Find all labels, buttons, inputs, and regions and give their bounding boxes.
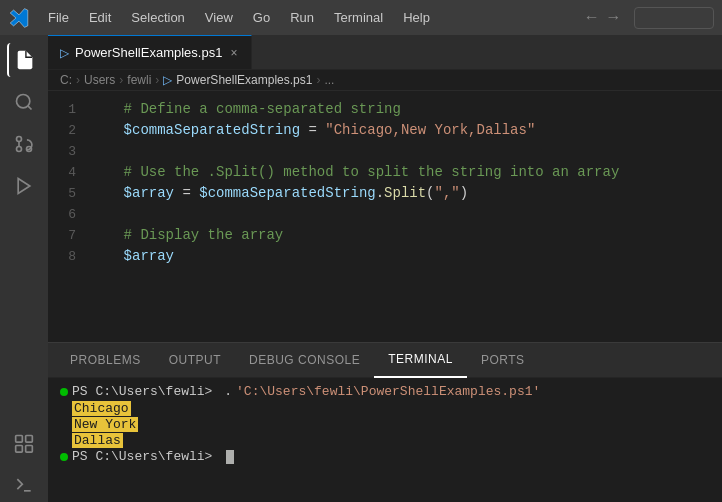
forward-arrow-icon[interactable]: →: [604, 7, 622, 29]
explorer-icon: [14, 49, 36, 71]
terminal-prompt-2: PS C:\Users\fewli>: [72, 449, 220, 464]
terminal-path: 'C:\Users\fewli\PowerShellExamples.ps1': [236, 384, 540, 399]
breadcrumb-users: Users: [84, 73, 115, 87]
line-num-7: 7: [48, 225, 90, 246]
line-num-1: 1: [48, 99, 90, 120]
terminal-cursor: [226, 450, 234, 464]
output-chicago-text: Chicago: [72, 401, 131, 416]
terminal-icon: [14, 475, 34, 495]
svg-marker-5: [18, 179, 30, 194]
code-line-7: 7 # Display the array: [48, 225, 722, 246]
line-content-1: # Define a comma-separated string: [90, 99, 401, 120]
svg-rect-7: [26, 436, 33, 443]
output-newyork-text: New York: [72, 417, 138, 432]
breadcrumb-c: C:: [60, 73, 72, 87]
panel-tab-bar: PROBLEMS OUTPUT DEBUG CONSOLE TERMINAL P…: [48, 343, 722, 378]
code-line-5: 5 $array = $commaSeparatedString.Split("…: [48, 183, 722, 204]
svg-point-4: [17, 147, 22, 152]
panel-tab-output[interactable]: OUTPUT: [155, 343, 235, 378]
line-num-6: 6: [48, 204, 90, 225]
menu-view[interactable]: View: [197, 8, 241, 27]
breadcrumb-ellipsis: ...: [324, 73, 334, 87]
svg-rect-9: [26, 446, 33, 453]
terminal-content[interactable]: PS C:\Users\fewli> . 'C:\Users\fewli\Pow…: [48, 378, 722, 502]
menu-terminal[interactable]: Terminal: [326, 8, 391, 27]
activity-extensions[interactable]: [7, 426, 41, 460]
tab-label: PowerShellExamples.ps1: [75, 45, 222, 60]
output-chicago: Chicago: [72, 401, 710, 417]
code-editor[interactable]: 1 # Define a comma-separated string 2 $c…: [48, 91, 722, 342]
terminal-line-1: PS C:\Users\fewli> . 'C:\Users\fewli\Pow…: [60, 384, 710, 399]
menu-selection[interactable]: Selection: [123, 8, 192, 27]
source-control-icon: [14, 134, 34, 154]
extensions-icon: [14, 433, 34, 453]
editor-area: ▷ PowerShellExamples.ps1 × C: › Users › …: [48, 35, 722, 502]
panel-tab-problems[interactable]: PROBLEMS: [56, 343, 155, 378]
main-area: ▷ PowerShellExamples.ps1 × C: › Users › …: [0, 35, 722, 502]
breadcrumb-sep2: ›: [119, 73, 123, 87]
tab-close-button[interactable]: ×: [228, 45, 239, 61]
menu-edit[interactable]: Edit: [81, 8, 119, 27]
menu-run[interactable]: Run: [282, 8, 322, 27]
terminal-prompt-1: PS C:\Users\fewli>: [72, 384, 220, 399]
run-debug-icon: [14, 176, 34, 196]
terminal-output: Chicago New York Dallas: [72, 401, 710, 449]
editor-tab-ps1[interactable]: ▷ PowerShellExamples.ps1 ×: [48, 35, 252, 69]
panel-tab-ports[interactable]: PORTS: [467, 343, 539, 378]
activity-terminal-panel[interactable]: [7, 468, 41, 502]
line-content-7: # Display the array: [90, 225, 283, 246]
code-line-4: 4 # Use the .Split() method to split the…: [48, 162, 722, 183]
breadcrumb-sep3: ›: [155, 73, 159, 87]
line-num-8: 8: [48, 246, 90, 267]
output-newyork: New York: [72, 417, 710, 433]
code-line-8: 8 $array: [48, 246, 722, 267]
vscode-logo-icon: [8, 7, 30, 29]
terminal-dot-2: [60, 453, 68, 461]
svg-line-1: [28, 106, 32, 110]
line-content-4: # Use the .Split() method to split the s…: [90, 162, 619, 183]
code-line-3: 3: [48, 141, 722, 162]
activity-explorer[interactable]: [7, 43, 41, 77]
menu-file[interactable]: File: [40, 8, 77, 27]
line-num-2: 2: [48, 120, 90, 141]
menu-help[interactable]: Help: [395, 8, 438, 27]
activity-search[interactable]: [7, 85, 41, 119]
svg-point-3: [17, 137, 22, 142]
ps-file-icon: ▷: [60, 46, 69, 60]
bottom-panel: PROBLEMS OUTPUT DEBUG CONSOLE TERMINAL P…: [48, 342, 722, 502]
menu-go[interactable]: Go: [245, 8, 278, 27]
output-dallas: Dallas: [72, 433, 710, 449]
line-num-5: 5: [48, 183, 90, 204]
line-content-8: $array: [90, 246, 174, 267]
breadcrumb: C: › Users › fewli › ▷ PowerShellExample…: [48, 70, 722, 91]
search-input[interactable]: [634, 7, 714, 29]
panel-tab-debug-console[interactable]: DEBUG CONSOLE: [235, 343, 374, 378]
line-content-3: [90, 141, 98, 162]
menubar: File Edit Selection View Go Run Terminal…: [0, 0, 722, 35]
search-icon: [14, 92, 34, 112]
terminal-line-2: PS C:\Users\fewli>: [60, 449, 710, 464]
terminal-dot-1: [60, 388, 68, 396]
tab-bar: ▷ PowerShellExamples.ps1 ×: [48, 35, 722, 70]
output-dallas-text: Dallas: [72, 433, 123, 448]
line-content-5: $array = $commaSeparatedString.Split(","…: [90, 183, 468, 204]
line-content-6: [90, 204, 98, 225]
svg-point-0: [17, 95, 30, 108]
back-arrow-icon[interactable]: ←: [583, 7, 601, 29]
code-line-2: 2 $commaSeparatedString = "Chicago,New Y…: [48, 120, 722, 141]
activity-run-debug[interactable]: [7, 169, 41, 203]
svg-rect-8: [16, 446, 23, 453]
activity-source-control[interactable]: [7, 127, 41, 161]
code-line-6: 6: [48, 204, 722, 225]
activity-bar: [0, 35, 48, 502]
breadcrumb-sep4: ›: [316, 73, 320, 87]
line-num-3: 3: [48, 141, 90, 162]
breadcrumb-sep1: ›: [76, 73, 80, 87]
terminal-command: .: [224, 384, 232, 399]
panel-tab-terminal[interactable]: TERMINAL: [374, 343, 467, 378]
line-content-2: $commaSeparatedString = "Chicago,New Yor…: [90, 120, 535, 141]
nav-arrows: ← →: [583, 7, 622, 29]
svg-rect-6: [16, 436, 23, 443]
code-line-1: 1 # Define a comma-separated string: [48, 99, 722, 120]
line-num-4: 4: [48, 162, 90, 183]
